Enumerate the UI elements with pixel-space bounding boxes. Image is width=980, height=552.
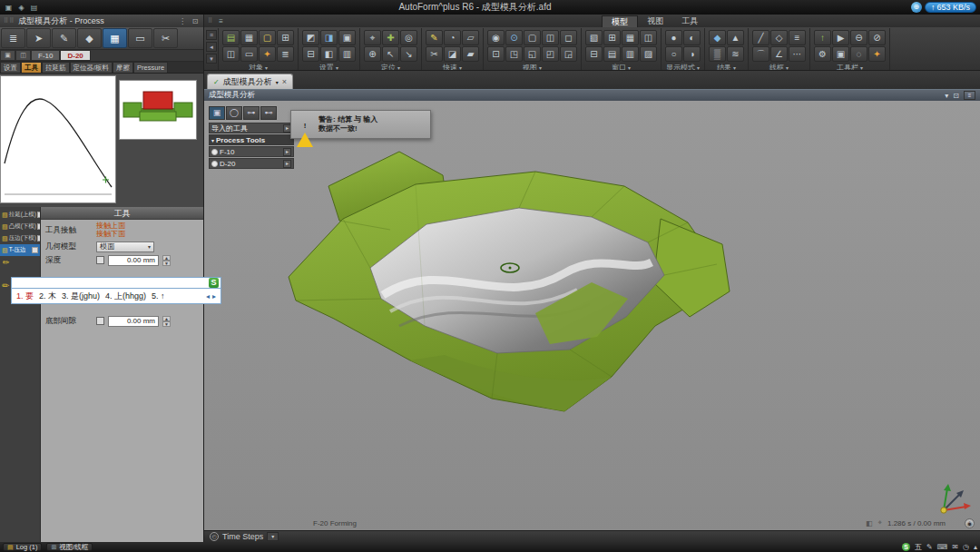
tab-pressure[interactable]: Pressure: [133, 62, 168, 73]
grid-view-icon[interactable]: ▦: [103, 28, 127, 48]
ribbon-icon[interactable]: ▦: [622, 30, 639, 45]
ribbon-icon[interactable]: ◱: [524, 46, 541, 62]
tree-item-d20[interactable]: D-20 ▸: [209, 158, 294, 169]
tab-f10[interactable]: F-10: [31, 50, 60, 61]
ribbon-expand-icon[interactable]: ▾: [206, 54, 217, 64]
ribbon-icon[interactable]: ◎: [400, 30, 417, 45]
chevron-down-icon[interactable]: ▾: [276, 79, 279, 85]
radio-icon[interactable]: [211, 161, 218, 167]
cut-icon[interactable]: ✂: [153, 28, 178, 48]
chevron-right-icon[interactable]: ▸: [283, 148, 291, 156]
tray-expand-icon[interactable]: ▴: [974, 543, 977, 551]
contact-bottom-option[interactable]: 接触下面: [96, 231, 125, 239]
ribbon-icon[interactable]: ◨: [320, 30, 338, 45]
tab-drawbeads[interactable]: 拉延筋: [42, 62, 70, 73]
ime-mode-indicator[interactable]: 五: [915, 542, 922, 552]
ime-next-icon[interactable]: ▸: [212, 292, 216, 301]
ribbon-icon[interactable]: ▣: [338, 30, 356, 45]
depth-stepper[interactable]: ▲▼: [162, 255, 171, 266]
clamp-icon[interactable]: ◧: [866, 519, 873, 527]
ribbon-icon[interactable]: ✦: [259, 46, 276, 62]
tab-d20[interactable]: D-20: [60, 50, 90, 61]
ribbon-tab-tools[interactable]: 工具: [672, 15, 707, 27]
ribbon-icon[interactable]: ◫: [222, 46, 240, 62]
ribbon-group-label[interactable]: 视图▾: [523, 63, 542, 71]
ribbon-options-icon[interactable]: ≡: [216, 16, 226, 26]
ribbon-icon[interactable]: ▢: [524, 30, 541, 45]
ribbon-icon[interactable]: ▒: [709, 46, 726, 62]
bottom-gap-input[interactable]: 0.00 mm: [108, 316, 159, 327]
tool-checkbox[interactable]: [32, 247, 38, 253]
edit-icon[interactable]: ✎: [52, 28, 76, 48]
ribbon-group-label[interactable]: 对象▾: [249, 63, 268, 71]
ribbon-icon[interactable]: ▧: [585, 30, 603, 45]
ribbon-icon[interactable]: ▢: [259, 30, 276, 45]
tab-pilots-blank[interactable]: 定位器/板料: [70, 62, 113, 73]
ribbon-icon[interactable]: ◑: [683, 46, 701, 62]
ribbon-icon[interactable]: ▲: [727, 30, 744, 45]
ribbon-icon[interactable]: ≣: [277, 46, 294, 62]
ribbon-icon[interactable]: ◲: [560, 46, 577, 62]
ribbon-icon[interactable]: ⊕: [364, 46, 381, 62]
keyboard-tray-icon[interactable]: ⌨: [937, 543, 948, 551]
tool-checkbox[interactable]: [37, 223, 40, 230]
list-item-selected[interactable]: ▧ T-压边: [0, 244, 40, 256]
log-button[interactable]: ▤ Log (1): [3, 543, 42, 551]
ribbon-icon[interactable]: ▤: [603, 46, 621, 62]
ribbon-icon[interactable]: ⌒: [752, 46, 769, 62]
ribbon-icon[interactable]: ≋: [727, 46, 744, 62]
ime-candidate[interactable]: 1. 要: [16, 291, 34, 302]
ribbon-icon[interactable]: ▨: [640, 46, 657, 62]
brush-tray-icon[interactable]: ✎: [926, 543, 933, 551]
geometry-select[interactable]: 模面 ▾: [96, 242, 154, 252]
ribbon-icon[interactable]: ⊙: [505, 30, 523, 45]
bottom-gap-checkbox[interactable]: [96, 317, 104, 325]
ime-candidate[interactable]: 4. 上(hhgg): [105, 291, 146, 302]
clock-tray-icon[interactable]: ◷: [963, 543, 969, 551]
depth-checkbox[interactable]: [96, 256, 104, 264]
surface-select-icon[interactable]: ▣: [209, 106, 225, 120]
ribbon-icon[interactable]: ▥: [622, 46, 639, 62]
ribbon-group-label[interactable]: 快速▾: [443, 63, 462, 71]
ribbon-icon[interactable]: ◧: [320, 46, 338, 62]
panel-collapse-button[interactable]: ≡: [964, 91, 975, 100]
ribbon-icon[interactable]: ⊟: [585, 46, 603, 62]
time-steps-bar[interactable]: ◴ Time Steps ▾: [204, 530, 980, 542]
ribbon-group-label[interactable]: 定位▾: [381, 63, 400, 71]
window-layout-icon[interactable]: ▤: [29, 3, 39, 13]
ribbon-icon[interactable]: ↖: [382, 46, 399, 62]
ime-input-strip[interactable]: S: [11, 277, 221, 289]
ribbon-icon[interactable]: ◻: [560, 30, 577, 45]
ribbon-icon[interactable]: ↑: [814, 30, 831, 45]
ribbon-icon[interactable]: ⊖: [850, 30, 867, 45]
panel-pin-icon[interactable]: ⋮: [178, 17, 187, 25]
tool-checkbox[interactable]: [37, 212, 40, 218]
ribbon-icon[interactable]: ◰: [542, 46, 559, 62]
ribbon-icon[interactable]: ◫: [640, 30, 657, 45]
tab-friction[interactable]: 摩擦: [113, 62, 133, 73]
ribbon-icon[interactable]: ⋯: [789, 46, 806, 62]
radio-icon[interactable]: [211, 149, 218, 155]
ribbon-drag-handle-icon[interactable]: ⠿: [208, 17, 213, 25]
ribbon-icon[interactable]: ≡: [789, 30, 806, 45]
ribbon-icon[interactable]: ▤: [222, 30, 240, 45]
ime-prev-icon[interactable]: ◂: [206, 292, 210, 301]
ribbon-icon[interactable]: ⊟: [302, 46, 319, 62]
close-icon[interactable]: ×: [282, 77, 287, 86]
ribbon-group-label[interactable]: 窗口▾: [612, 63, 631, 71]
list-item[interactable]: ▧ 拉延(上模): [0, 209, 40, 221]
ribbon-group-label[interactable]: 结果▾: [717, 63, 736, 71]
ribbon-icon[interactable]: ▥: [338, 46, 356, 62]
ime-candidate[interactable]: 2. 木: [39, 291, 56, 302]
ribbon-icon[interactable]: ✂: [426, 46, 443, 62]
ribbon-icon[interactable]: ╱: [752, 30, 769, 45]
target-icon[interactable]: ⌖: [877, 518, 882, 527]
ribbon-icon[interactable]: ▱: [462, 30, 479, 45]
list-item[interactable]: ▧ 凸模(下模): [0, 221, 40, 232]
ribbon-icon[interactable]: ◌: [850, 46, 867, 62]
ribbon-tab-model[interactable]: 模型: [602, 15, 638, 27]
ribbon-icon[interactable]: ▣: [832, 46, 849, 62]
monitor-icon[interactable]: ▭: [128, 28, 152, 48]
ribbon-group-label[interactable]: 工具栏▾: [837, 63, 863, 71]
ribbon-icon[interactable]: ◇: [770, 30, 788, 45]
